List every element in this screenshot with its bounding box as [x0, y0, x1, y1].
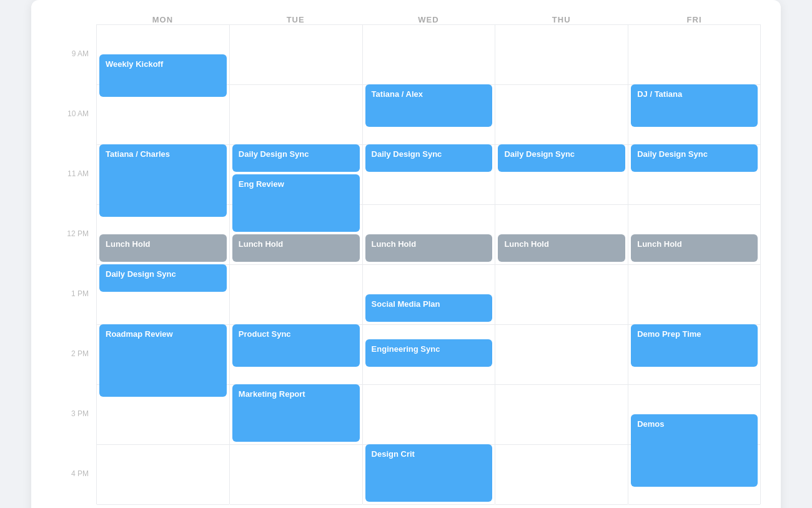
hour-line — [495, 444, 628, 445]
time-1pm: 1 PM — [51, 289, 96, 349]
hour-line — [495, 264, 628, 265]
calendar-container: MON TUE WED THU FRI 9 AM 10 AM 11 AM 12 … — [31, 0, 781, 508]
calendar-event[interactable]: Lunch Hold — [498, 234, 625, 262]
hour-line — [628, 204, 760, 205]
calendar-event[interactable]: Product Sync — [232, 324, 360, 367]
hour-line — [363, 504, 495, 505]
hour-line — [230, 504, 362, 505]
day-header-mon: MON — [96, 15, 229, 24]
col-wed: Tatiana / AlexDaily Design SyncLunch Hol… — [362, 24, 495, 504]
hour-line — [495, 84, 628, 85]
day-header-fri: FRI — [628, 15, 761, 24]
calendar-event[interactable]: Lunch Hold — [631, 234, 758, 262]
hour-line — [97, 24, 229, 25]
hour-line — [628, 24, 760, 25]
hour-line — [230, 264, 362, 265]
hour-line — [230, 84, 362, 85]
calendar-event[interactable]: Engineering Sync — [365, 339, 493, 367]
calendar-event[interactable]: Tatiana / Charles — [99, 144, 227, 217]
time-12pm: 12 PM — [51, 229, 96, 289]
calendar-event[interactable]: Eng Review — [232, 174, 360, 232]
calendar-event[interactable]: Social Media Plan — [365, 294, 493, 322]
hour-line — [363, 24, 495, 25]
hour-line — [495, 204, 628, 205]
hour-line — [97, 444, 229, 445]
time-column: 9 AM 10 AM 11 AM 12 PM 1 PM 2 PM 3 PM 4 … — [51, 24, 96, 508]
calendar-event[interactable]: Demos — [631, 414, 758, 487]
time-9am: 9 AM — [51, 49, 96, 109]
hour-line — [363, 264, 495, 265]
col-mon: Weekly KickoffTatiana / CharlesLunch Hol… — [96, 24, 229, 504]
calendar-event[interactable]: Lunch Hold — [99, 234, 227, 262]
day-header-wed: WED — [362, 15, 495, 24]
hour-line — [628, 384, 760, 385]
hour-line — [495, 24, 628, 25]
calendar-event[interactable]: Daily Design Sync — [498, 144, 625, 172]
time-10am: 10 AM — [51, 109, 96, 169]
calendar-event[interactable]: Daily Design Sync — [365, 144, 493, 172]
calendar-event[interactable]: Marketing Report — [232, 384, 360, 442]
calendar-event[interactable]: Lunch Hold — [365, 234, 493, 262]
calendar-event[interactable]: Design Crit — [365, 444, 493, 502]
calendar-event[interactable]: Daily Design Sync — [232, 144, 360, 172]
hour-line — [495, 504, 628, 505]
calendar-event[interactable]: Weekly Kickoff — [99, 54, 227, 97]
col-thu: Daily Design SyncLunch Hold — [495, 24, 628, 504]
calendar-event[interactable]: DJ / Tatiana — [631, 84, 758, 127]
hour-line — [363, 204, 495, 205]
calendar-event[interactable]: Daily Design Sync — [631, 144, 758, 172]
time-11am: 11 AM — [51, 169, 96, 229]
time-3pm: 3 PM — [51, 409, 96, 469]
time-header — [51, 15, 96, 24]
hour-line — [363, 384, 495, 385]
hour-line — [495, 324, 628, 325]
hour-line — [230, 24, 362, 25]
hour-line — [495, 384, 628, 385]
calendar-event[interactable]: Demo Prep Time — [631, 324, 758, 367]
calendar-event[interactable]: Roadmap Review — [99, 324, 227, 397]
time-2pm: 2 PM — [51, 349, 96, 409]
hour-line — [230, 444, 362, 445]
day-header-tue: TUE — [229, 15, 362, 24]
calendar-event[interactable]: Daily Design Sync — [99, 264, 227, 292]
hour-line — [363, 324, 495, 325]
calendar-grid: 9 AM 10 AM 11 AM 12 PM 1 PM 2 PM 3 PM 4 … — [51, 24, 761, 508]
hour-line — [97, 504, 229, 505]
hour-line — [628, 504, 760, 505]
calendar-event[interactable]: Lunch Hold — [232, 234, 360, 262]
calendar-event[interactable]: Tatiana / Alex — [365, 84, 493, 127]
day-headers: MON TUE WED THU FRI — [51, 15, 761, 24]
day-header-thu: THU — [495, 15, 628, 24]
hour-line — [628, 264, 760, 265]
col-fri: DJ / TatianaDaily Design SyncLunch HoldD… — [628, 24, 761, 504]
col-tue: Daily Design SyncEng ReviewLunch HoldPro… — [229, 24, 362, 504]
time-4pm: 4 PM — [51, 469, 96, 508]
